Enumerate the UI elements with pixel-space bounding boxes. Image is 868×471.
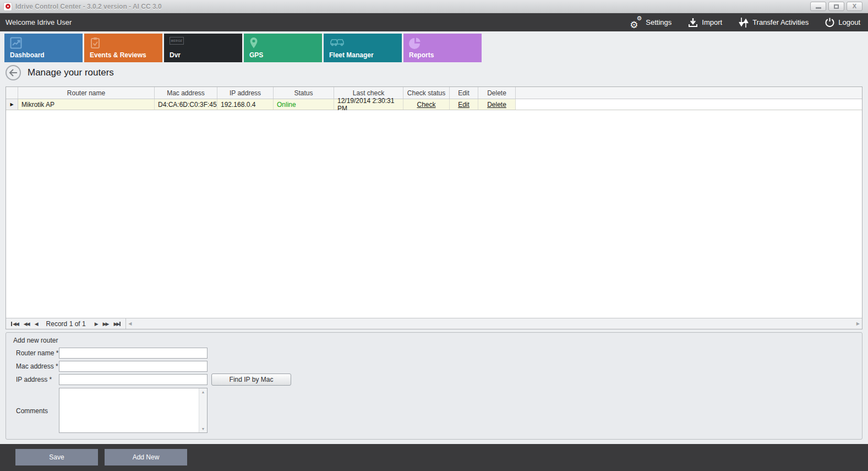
- dvr-device-icon: MERGE: [170, 37, 184, 45]
- transfer-activities-button[interactable]: Transfer Activities: [739, 17, 809, 28]
- map-pin-icon: [249, 37, 258, 49]
- routers-grid: Router name Mac address IP address Statu…: [6, 86, 862, 329]
- last-record-button[interactable]: ▶▶: [113, 321, 121, 327]
- top-bar: Welcome Idrive User ⚙⚙ Settings Import T…: [0, 13, 868, 31]
- next-record-button[interactable]: ▶: [95, 321, 97, 327]
- tile-label: Reports: [409, 51, 434, 59]
- delete-link[interactable]: Delete: [487, 101, 506, 109]
- clipboard-check-icon: [90, 37, 101, 49]
- line-chart-icon: [10, 37, 22, 49]
- close-icon: X: [853, 3, 856, 9]
- table-row[interactable]: ▶ Mikrotik AP D4:CA:6D:C0:3F:45 192.168.…: [6, 99, 862, 110]
- prev-record-button[interactable]: ◀: [35, 321, 37, 327]
- prev-page-button[interactable]: ◀◀: [24, 321, 29, 327]
- save-button[interactable]: Save: [15, 449, 98, 465]
- grid-header-row: Router name Mac address IP address Statu…: [6, 87, 862, 99]
- row-indicator-header: [6, 87, 18, 99]
- comments-field-wrap: ▲ ▼: [59, 388, 208, 433]
- ip-address-label: IP address *: [16, 376, 52, 383]
- logout-button[interactable]: Logout: [825, 18, 860, 27]
- cell-router-name: Mikrotik AP: [18, 99, 155, 110]
- router-name-label: Router name *: [16, 349, 58, 357]
- tab-fleet-manager[interactable]: Fleet Manager: [324, 34, 402, 62]
- next-page-button[interactable]: ▶▶: [103, 321, 108, 327]
- horizontal-scrollbar[interactable]: ◀ ▶: [126, 318, 862, 329]
- record-navigator: ◀◀ ◀◀ ◀ Record 1 of 1 ▶ ▶▶ ▶▶ ◀ ▶: [6, 318, 862, 329]
- comments-textarea[interactable]: [59, 388, 199, 432]
- mac-address-label: Mac address *: [16, 362, 58, 370]
- cell-status: Online: [274, 99, 334, 110]
- import-icon: [688, 18, 698, 28]
- scroll-down-icon[interactable]: ▼: [201, 427, 205, 431]
- tab-reports[interactable]: Reports: [403, 34, 482, 62]
- cell-filler: [516, 99, 862, 110]
- form-title: Add new router: [13, 337, 58, 344]
- tile-label: GPS: [249, 51, 263, 59]
- page-header: Manage your routers: [6, 65, 114, 80]
- power-icon: [825, 18, 834, 27]
- tile-label: Dashboard: [10, 51, 45, 59]
- import-button[interactable]: Import: [688, 18, 722, 28]
- scroll-up-icon[interactable]: ▲: [201, 390, 205, 394]
- tab-dvr[interactable]: MERGE Dvr: [164, 34, 242, 62]
- column-header-delete[interactable]: Delete: [478, 87, 516, 99]
- tile-label: Fleet Manager: [329, 51, 374, 59]
- minimize-button[interactable]: [810, 2, 826, 11]
- app-window: Idrive Control Center - 3.0.2 version - …: [0, 0, 868, 471]
- cell-mac-address: D4:CA:6D:C0:3F:45: [155, 99, 217, 110]
- maximize-button[interactable]: [828, 2, 844, 11]
- back-button[interactable]: [6, 65, 21, 80]
- edit-link[interactable]: Edit: [458, 101, 470, 109]
- column-header-router-name[interactable]: Router name: [18, 87, 155, 99]
- first-record-button[interactable]: ◀◀: [10, 321, 18, 327]
- welcome-text: Welcome Idrive User: [6, 18, 72, 26]
- ip-address-field[interactable]: [59, 374, 208, 385]
- router-name-field[interactable]: [59, 348, 208, 359]
- transfer-arrows-icon: [739, 17, 749, 28]
- add-new-router-panel: Add new router Router name * Mac address…: [6, 332, 862, 440]
- minimize-icon: [816, 7, 821, 9]
- title-bar: Idrive Control Center - 3.0.2 version - …: [0, 0, 868, 13]
- page-title: Manage your routers: [28, 67, 114, 78]
- close-button[interactable]: X: [847, 2, 862, 11]
- grid-empty-area: [6, 110, 862, 318]
- record-counter: Record 1 of 1: [46, 320, 86, 328]
- footer-bar: Save Add New: [0, 444, 868, 471]
- settings-button[interactable]: ⚙⚙ Settings: [630, 17, 672, 28]
- comments-scrollbar[interactable]: ▲ ▼: [199, 388, 207, 432]
- column-header-mac-address[interactable]: Mac address: [155, 87, 217, 99]
- find-ip-by-mac-button[interactable]: Find IP by Mac: [211, 373, 291, 386]
- nav-tiles: Dashboard Events & Reviews MERGE Dvr GPS: [4, 34, 482, 62]
- mac-address-field[interactable]: [59, 361, 208, 372]
- column-header-ip-address[interactable]: IP address: [217, 87, 274, 99]
- tile-label: Dvr: [170, 51, 181, 59]
- vehicles-icon: [329, 37, 346, 48]
- gears-icon: ⚙⚙: [630, 17, 642, 28]
- tab-gps[interactable]: GPS: [244, 34, 322, 62]
- column-header-status[interactable]: Status: [274, 87, 334, 99]
- cell-ip-address: 192.168.0.4: [217, 99, 274, 110]
- comments-label: Comments: [16, 407, 48, 415]
- column-header-edit[interactable]: Edit: [450, 87, 478, 99]
- window-title: Idrive Control Center - 3.0.2 version - …: [15, 3, 162, 10]
- pie-chart-icon: [409, 37, 421, 49]
- add-new-button[interactable]: Add New: [105, 449, 187, 465]
- scroll-left-icon[interactable]: ◀: [128, 321, 132, 326]
- scroll-right-icon[interactable]: ▶: [856, 321, 860, 326]
- back-arrow-icon: [9, 69, 18, 77]
- column-header-filler: [516, 87, 862, 99]
- maximize-icon: [834, 4, 839, 9]
- row-indicator: ▶: [6, 99, 18, 110]
- cell-last-check: 12/19/2014 2:30:31 PM: [334, 99, 403, 110]
- check-link[interactable]: Check: [417, 101, 435, 109]
- tab-events-reviews[interactable]: Events & Reviews: [84, 34, 162, 62]
- app-logo-icon: [3, 2, 12, 11]
- column-header-check-status[interactable]: Check status: [403, 87, 450, 99]
- tab-dashboard[interactable]: Dashboard: [4, 34, 83, 62]
- tile-label: Events & Reviews: [90, 51, 146, 59]
